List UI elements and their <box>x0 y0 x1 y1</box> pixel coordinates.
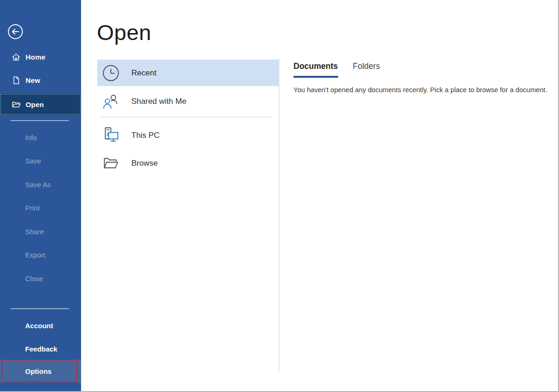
sidebar-divider <box>10 120 69 121</box>
sidebar-item-new[interactable]: New <box>0 71 81 89</box>
open-folder-icon <box>11 100 21 109</box>
sidebar-item-close: Close <box>0 269 81 288</box>
sidebar-item-label: Options <box>25 367 52 375</box>
back-button[interactable] <box>7 24 23 40</box>
place-item-label: Browse <box>131 159 158 168</box>
sidebar-divider <box>10 308 69 309</box>
tab-documents[interactable]: Documents <box>293 61 338 75</box>
browse-folder-icon <box>102 154 120 173</box>
clock-icon <box>102 64 120 82</box>
place-item-browse[interactable]: Browse <box>97 150 279 176</box>
sidebar-item-save: Save <box>0 151 81 170</box>
sidebar-item-open-selected[interactable]: Open <box>0 94 81 115</box>
sidebar-item-label: Save As <box>25 181 51 189</box>
sidebar-item-export: Export <box>0 245 81 264</box>
sidebar-item-label: Save <box>25 157 41 165</box>
sidebar-item-label: Print <box>25 204 40 212</box>
sidebar-item-options[interactable]: Options <box>0 362 81 380</box>
tab-folders[interactable]: Folders <box>353 61 380 75</box>
sidebar-item-label: Close <box>25 275 43 283</box>
places-divider <box>99 117 272 117</box>
place-item-label: This PC <box>131 131 159 140</box>
sidebar-item-label: Feedback <box>25 345 57 353</box>
documents-folders-tabs: Documents Folders <box>293 61 380 75</box>
backstage-sidebar: Home New Open Info <box>0 0 81 391</box>
active-tab-underline <box>293 76 338 78</box>
home-icon <box>11 52 21 62</box>
sidebar-item-share: Share <box>0 222 81 241</box>
sidebar-item-account[interactable]: Account <box>0 316 81 335</box>
sidebar-item-home[interactable]: Home <box>0 47 81 66</box>
place-item-label: Shared with Me <box>131 97 186 106</box>
empty-recent-message: You haven't opened any documents recentl… <box>293 86 557 94</box>
people-icon <box>102 92 120 111</box>
sidebar-item-save-as: Save As <box>0 175 81 194</box>
back-arrow-icon <box>7 24 23 40</box>
place-item-recent[interactable]: Recent <box>97 60 279 86</box>
panel-vertical-divider <box>279 58 280 372</box>
page-title: Open <box>97 20 151 45</box>
place-item-label: Recent <box>131 68 157 78</box>
sidebar-item-feedback[interactable]: Feedback <box>0 339 81 358</box>
sidebar-item-label: Info <box>25 134 37 142</box>
word-backstage-open-view: Home New Open Info <box>0 0 559 392</box>
sidebar-item-info: Info <box>0 128 81 147</box>
new-document-icon <box>11 75 21 85</box>
computer-icon <box>102 126 120 145</box>
sidebar-item-label: Account <box>25 322 53 330</box>
place-item-this-pc[interactable]: This PC <box>97 122 279 149</box>
sidebar-item-label: Share <box>25 228 44 236</box>
sidebar-item-label: Home <box>26 53 45 61</box>
sidebar-item-print: Print <box>0 198 81 217</box>
sidebar-item-label: Export <box>25 251 45 259</box>
sidebar-item-label: New <box>26 76 40 84</box>
sidebar-item-label: Open <box>26 101 44 108</box>
place-item-shared-with-me[interactable]: Shared with Me <box>97 88 279 115</box>
